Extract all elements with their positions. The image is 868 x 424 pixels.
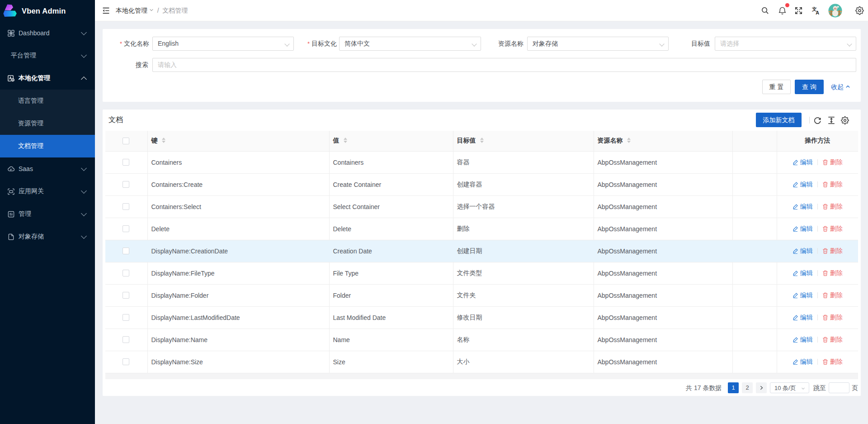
svg-text:A: A <box>816 10 819 15</box>
